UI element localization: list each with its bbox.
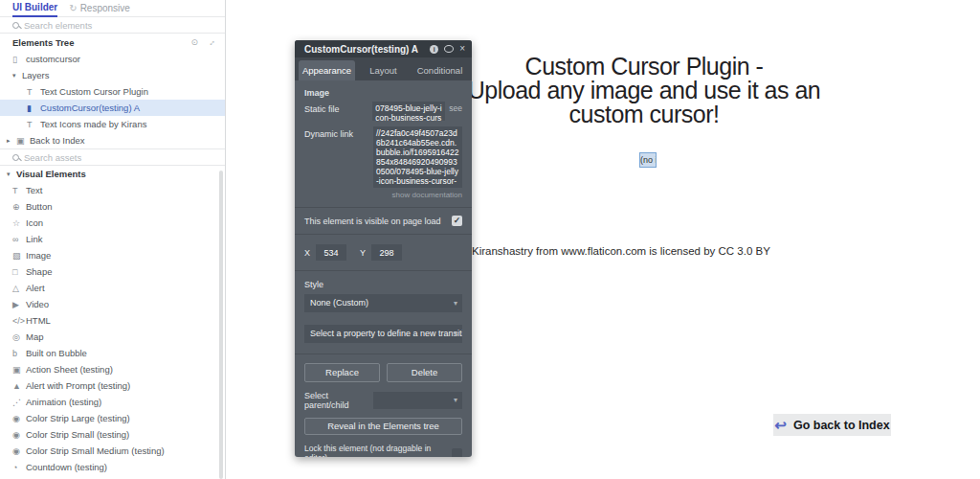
asset-item-alert[interactable]: △ Alert bbox=[0, 280, 225, 296]
select-parent-child-label: Select parent/child bbox=[304, 391, 373, 410]
static-file-label: Static file bbox=[304, 102, 372, 114]
alert-prompt-icon: ▲ bbox=[12, 381, 26, 391]
color-strip-icon: ◉ bbox=[12, 414, 26, 423]
asset-item-action-sheet-testing[interactable]: ▣ Action Sheet (testing) bbox=[0, 361, 225, 377]
text-element-icon: T bbox=[27, 87, 40, 97]
transition-dropdown[interactable]: Select a property to define a new transi… bbox=[304, 325, 462, 343]
reveal-in-tree-button[interactable]: Reveal in the Elements tree bbox=[304, 418, 462, 435]
color-strip-icon: ◉ bbox=[12, 430, 26, 440]
comment-icon[interactable] bbox=[444, 45, 454, 53]
color-strip-icon: ◉ bbox=[12, 446, 26, 456]
x-label: X bbox=[304, 248, 310, 258]
asset-item-button[interactable]: ⊕ Button bbox=[0, 198, 225, 215]
asset-item-built-on-bubble[interactable]: b Built on Bubble bbox=[0, 345, 225, 361]
panel-tabbar: Appearance Layout Conditional bbox=[295, 57, 472, 80]
responsive-icon: ↻ bbox=[69, 3, 77, 13]
asset-item-video[interactable]: ▶ Video bbox=[0, 296, 225, 312]
link-icon: ∞ bbox=[12, 235, 26, 244]
go-back-label: Go back to Index bbox=[793, 419, 890, 432]
tab-appearance[interactable]: Appearance bbox=[299, 60, 355, 80]
delete-button[interactable]: Delete bbox=[387, 363, 462, 382]
asset-item-map[interactable]: ◎ Map bbox=[0, 329, 225, 345]
panel-body: Image Static file 078495-blue-jelly-icon… bbox=[295, 80, 472, 457]
sidebar: UI Builder ↻ Responsive Elements Tree ⊙ … bbox=[0, 0, 226, 479]
x-coordinate-input[interactable] bbox=[316, 244, 346, 261]
elements-tree-header: Elements Tree ⊙ ↔ bbox=[0, 34, 225, 51]
panel-title: CustomCursor(testing) A bbox=[304, 44, 424, 55]
asset-item-link[interactable]: ∞ Link bbox=[0, 231, 225, 247]
asset-item-animation-testing[interactable]: ⋰ Animation (testing) bbox=[0, 394, 225, 410]
caret-icon: ▾ bbox=[7, 171, 16, 178]
tree-item-layers[interactable]: ▾ Layers bbox=[0, 67, 225, 83]
y-coordinate-input[interactable] bbox=[371, 244, 402, 261]
plugin-element-icon: ▮ bbox=[27, 103, 40, 113]
static-file-value[interactable]: 078495-blue-jelly-icon-business-cursor-1… bbox=[372, 102, 445, 121]
html-icon: </> bbox=[12, 316, 26, 326]
expand-icon[interactable]: ↔ bbox=[205, 35, 217, 48]
bubble-icon: b bbox=[12, 349, 26, 358]
y-label: Y bbox=[360, 248, 366, 258]
asset-item-color-strip-small-testing[interactable]: ◉ Color Strip Small (testing) bbox=[0, 426, 225, 443]
image-section-label: Image bbox=[304, 88, 462, 98]
tab-responsive[interactable]: ↻ Responsive bbox=[69, 3, 130, 13]
see-link[interactable]: see bbox=[449, 102, 462, 113]
asset-item-color-strip-small-medium-testing[interactable]: ◉ Color Strip Small Medium (testing) bbox=[0, 443, 225, 459]
page-icon: ▯ bbox=[12, 55, 26, 64]
map-icon: ◎ bbox=[12, 332, 26, 342]
asset-item-html[interactable]: </> HTML bbox=[0, 312, 225, 329]
asset-item-icon[interactable]: ☆ Icon bbox=[0, 215, 225, 231]
dynamic-link-value[interactable]: //242fa0c49f4507a23d6b241c64ab55ee.cdn.b… bbox=[373, 126, 462, 188]
property-editor-panel: CustomCursor(testing) A i × Appearance L… bbox=[295, 40, 472, 457]
tab-ui-builder[interactable]: UI Builder bbox=[12, 0, 57, 17]
caret-icon: ▾ bbox=[12, 72, 22, 80]
replace-button[interactable]: Replace bbox=[304, 363, 380, 382]
go-back-to-index-button[interactable]: ↩ Go back to Index bbox=[773, 414, 891, 436]
visible-on-load-label: This element is visible on page load bbox=[304, 217, 452, 226]
visible-on-load-checkbox[interactable]: ✓ bbox=[452, 216, 462, 226]
lock-element-checkbox[interactable] bbox=[452, 448, 462, 458]
animation-icon: ⋰ bbox=[12, 398, 26, 407]
tree-item-text-icons-made-by-kirans[interactable]: T Text Icons made by Kirans bbox=[0, 116, 225, 132]
asset-item-shape[interactable]: □ Shape bbox=[0, 263, 225, 280]
elements-tree-title: Elements Tree bbox=[12, 37, 182, 48]
search-elements-input[interactable] bbox=[24, 20, 187, 31]
asset-item-countdown-testing[interactable]: ◔ Countdown (testing) bbox=[0, 459, 225, 475]
search-icon bbox=[12, 22, 19, 29]
elements-tree: ▯ customcursor ▾ Layers T Text Custom Cu… bbox=[0, 51, 225, 148]
tree-item-customcursor[interactable]: ▯ customcursor bbox=[0, 51, 225, 67]
close-icon[interactable]: × bbox=[459, 44, 465, 54]
asset-item-image[interactable]: ▧ Image bbox=[0, 247, 225, 263]
countdown-icon: ◔ bbox=[12, 463, 26, 472]
tree-item-back-to-index[interactable]: ▸ ▣ Back to Index bbox=[0, 132, 225, 148]
search-assets-input[interactable] bbox=[24, 152, 187, 163]
info-icon[interactable]: i bbox=[430, 45, 438, 54]
asset-item-alert-with-prompt-testing[interactable]: ▲ Alert with Prompt (testing) bbox=[0, 377, 225, 394]
back-arrow-icon: ↩ bbox=[774, 418, 787, 432]
search-assets-row bbox=[0, 149, 225, 166]
bubble-editor: UI Builder ↻ Responsive Elements Tree ⊙ … bbox=[0, 0, 980, 479]
shape-icon: □ bbox=[12, 267, 26, 277]
tab-responsive-label: Responsive bbox=[80, 3, 130, 13]
star-icon: ☆ bbox=[12, 218, 26, 228]
sidebar-scrollbar[interactable] bbox=[219, 171, 223, 479]
asset-item-color-strip-large-testing[interactable]: ◉ Color Strip Large (testing) bbox=[0, 410, 225, 426]
tree-item-text-custom-cursor-plugin[interactable]: T Text Custom Cursor Plugin bbox=[0, 83, 225, 100]
style-label: Style bbox=[304, 280, 462, 289]
asset-item-text[interactable]: T Text bbox=[0, 182, 225, 198]
tab-layout[interactable]: Layout bbox=[355, 60, 412, 80]
tree-item-customcursor-testing-a[interactable]: ▮ CustomCursor(testing) A bbox=[0, 100, 225, 116]
image-icon: ▧ bbox=[12, 251, 26, 261]
action-sheet-icon: ▣ bbox=[12, 365, 26, 375]
chevron-down-icon: ▾ bbox=[454, 392, 457, 409]
panel-titlebar[interactable]: CustomCursor(testing) A i × bbox=[295, 40, 472, 57]
asset-item-visual-elements[interactable]: ▾ Visual Elements bbox=[0, 166, 225, 182]
tab-conditional[interactable]: Conditional bbox=[412, 60, 468, 80]
eye-icon[interactable]: ⊙ bbox=[190, 37, 198, 47]
selected-image-element[interactable]: (no image) bbox=[639, 152, 657, 168]
show-documentation-link[interactable]: show documentation bbox=[304, 191, 462, 199]
group-icon: ▣ bbox=[16, 136, 30, 146]
video-icon: ▶ bbox=[12, 300, 26, 309]
style-dropdown[interactable]: None (Custom) ▾ bbox=[304, 294, 462, 312]
parent-child-dropdown[interactable]: ▾ bbox=[373, 392, 462, 409]
visual-elements-list: ▾ Visual Elements T Text ⊕ Button ☆ Icon… bbox=[0, 166, 225, 475]
